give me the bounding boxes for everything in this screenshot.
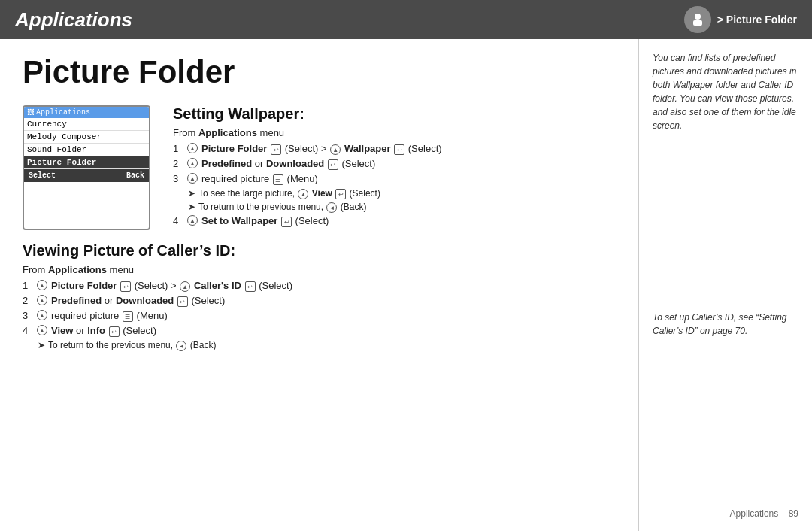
phone-mockup: 🖼 Applications Currency Melody Composer … [23,105,150,230]
from-suffix: menu [257,127,284,138]
s2-step1-item: 1 ▲ Picture Folder ↩ (Select) > ▲ Caller… [23,280,616,292]
phone-menu-melody: Melody Composer [24,131,149,144]
step2-text: Predefined or Downloaded ↩ (Select) [201,158,442,170]
step3-num: 3 [173,173,183,184]
s2-step4-num: 4 [23,325,33,336]
step1-text: Picture Folder ↩ (Select) > ▲ Wallpaper … [201,143,442,155]
s2-step2-num: 2 [23,295,33,306]
s2-sel4: ↩ [109,326,120,337]
content-row: 🖼 Applications Currency Melody Composer … [23,105,616,230]
tip1-select: ↩ [335,189,346,199]
section2-content: Viewing Picture of Caller’s ID: From App… [23,242,616,351]
select-icon-4: ↩ [281,217,292,227]
right-panel-inner: You can find lists of predefined picture… [653,51,798,519]
step1-item: 1 ▲ Picture Folder ↩ (Select) > ▲ Wallpa… [173,143,442,155]
s2-step3-item: 3 ▲ required picture ☰ (Menu) [23,310,616,322]
step2-nav-icon: ▲ [187,158,198,168]
svg-point-0 [695,14,701,20]
breadcrumb: > Picture Folder [717,14,797,26]
select-icon-1: ↩ [271,144,281,155]
step3-item: 3 ▲ required picture ☰ (Menu) [173,173,442,185]
right-panel: You can find lists of predefined picture… [639,39,812,531]
phone-mock-buttons: Select Back [24,169,149,182]
s2-sel3: ↩ [177,296,188,307]
step2-num: 2 [173,158,183,169]
s2-tip1-text: To return to the previous menu, ◄ (Back) [48,340,216,351]
from2-text: From [23,264,48,275]
s2-sel1: ↩ [120,281,131,292]
section1-from: From Applications menu [173,127,442,138]
phone-mock-app-icon: 🖼 [27,108,34,117]
s2-step3-nav: ▲ [37,310,47,320]
s2-step3-text: required picture ☰ (Menu) [51,310,616,322]
right-note1: You can find lists of predefined picture… [653,51,798,132]
phone-icon [684,6,711,33]
s2-step2-text: Predefined or Downloaded ↩ (Select) [51,295,616,307]
s2-step3-num: 3 [23,310,33,321]
tip1: ➤ To see the large picture, ▲ View ↩ (Se… [188,188,442,199]
header-title: Applications [15,8,132,32]
phone-mock-header-label: Applications [36,108,90,117]
right-middle: To set up Caller’s ID, see “Setting Call… [653,311,798,338]
phone-mock-header: 🖼 Applications [24,107,149,118]
s2-step1-nav2: ▲ [180,281,190,292]
step3-text: required picture ☰ (Menu) [201,173,442,185]
step1-nav-icon: ▲ [187,143,198,153]
step3-nav-icon: ▲ [187,173,198,184]
select-icon-3: ↩ [328,159,338,170]
right-top: You can find lists of predefined picture… [653,51,798,147]
header-breadcrumb-area: > Picture Folder [684,6,797,33]
step4-item: 4 ▲ Set to Wallpaper ↩ (Select) [173,215,442,227]
spacer [653,147,798,311]
phone-btn-select: Select [29,171,56,180]
spacer2 [653,338,798,501]
s2-tip1: ➤ To return to the previous menu, ◄ (Bac… [38,340,616,351]
phone-menu-sound: Sound Folder [24,144,149,156]
tip-arrow-1: ➤ [188,188,195,199]
s2-step4-nav: ▲ [37,325,47,335]
tip2: ➤ To return to the previous menu, ◄ (Bac… [188,202,442,213]
section1-heading: Setting Wallpaper: [173,105,442,123]
header-bar: Applications > Picture Folder [0,0,812,39]
main-content: Picture Folder 🖼 Applications Currency M… [0,39,812,531]
footer-label: Applications [730,508,779,519]
step4-num: 4 [173,215,183,226]
section2-from: From Applications menu [23,264,616,275]
s2-step2-nav: ▲ [37,295,47,305]
tip1-text: To see the large picture, ▲ View ↩ (Sele… [198,188,380,199]
s2-step4-item: 4 ▲ View or Info ↩ (Select) [23,325,616,337]
tip2-nav: ◄ [326,202,337,213]
tip1-nav: ▲ [298,189,308,199]
from-text: From [173,127,198,138]
phone-menu-currency: Currency [24,118,149,131]
page-title: Picture Folder [23,54,616,90]
from-bold: Applications [198,127,257,138]
left-panel: Picture Folder 🖼 Applications Currency M… [0,39,639,531]
phone-btn-back: Back [126,171,144,180]
s2-step2-item: 2 ▲ Predefined or Downloaded ↩ (Select) [23,295,616,307]
svg-rect-1 [693,20,702,26]
s2-step1-nav: ▲ [37,280,47,290]
phone-menu-picture: Picture Folder [24,156,149,169]
step4-text: Set to Wallpaper ↩ (Select) [201,215,442,227]
step2-item: 2 ▲ Predefined or Downloaded ↩ (Select) [173,158,442,170]
section1-content: Setting Wallpaper: From Applications men… [173,105,442,230]
tip2-text: To return to the previous menu, ◄ (Back) [198,202,366,213]
s2-sel2: ↩ [245,281,256,292]
menu-icon-1: ☰ [273,174,283,185]
step1-num: 1 [173,143,183,154]
s2-tip-arrow: ➤ [38,340,45,350]
section2-heading: Viewing Picture of Caller’s ID: [23,242,616,259]
footer-page: 89 [789,508,798,519]
from2-bold: Applications [48,264,107,275]
from2-suffix: menu [107,264,134,275]
s2-tip-nav: ◄ [176,341,186,351]
step4-nav-icon: ▲ [187,215,198,226]
s2-step4-text: View or Info ↩ (Select) [51,325,616,337]
s2-step1-text: Picture Folder ↩ (Select) > ▲ Caller's I… [51,280,616,292]
select-icon-2: ↩ [394,144,404,155]
right-footer: Applications 89 [653,501,798,519]
step1-nav-icon2: ▲ [330,144,341,155]
s2-step1-num: 1 [23,280,33,291]
right-note2: To set up Caller’s ID, see “Setting Call… [653,311,798,338]
